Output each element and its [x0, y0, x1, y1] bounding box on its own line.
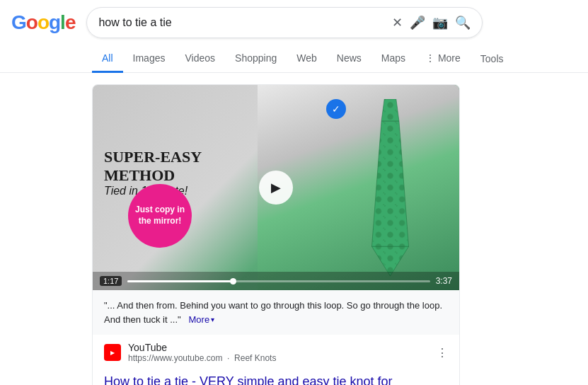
thumbnail-title-line1: SUPER-EASY — [104, 148, 202, 166]
video-thumbnail[interactable]: SUPER-EASY METHOD Tied in 1 minute! Just… — [93, 85, 459, 290]
search-icon: 🔍 — [455, 15, 471, 30]
source-info: ▶ YouTube https://www.youtube.com · Reef… — [93, 335, 459, 370]
result-link[interactable]: How to tie a tie - VERY simple and easy … — [104, 374, 393, 385]
tab-all[interactable]: All — [92, 45, 123, 73]
caption-text: "... And then from. Behind you want to g… — [104, 300, 442, 325]
source-url: https://www.youtube.com · Reef Knots — [128, 353, 276, 363]
voice-search-button[interactable]: 🎤 — [410, 15, 425, 30]
google-logo[interactable]: Google — [11, 11, 75, 34]
logo-g: G — [11, 11, 26, 33]
youtube-icon: ▶ — [104, 344, 121, 361]
tab-more[interactable]: ⋮ More — [415, 45, 471, 73]
progress-fill — [127, 280, 234, 282]
logo-g2: g — [49, 11, 60, 33]
pink-circle: Just copy in the mirror! — [128, 184, 192, 248]
logo-o2: o — [38, 11, 49, 33]
search-bar[interactable]: ✕ 🎤 📷 🔍 — [86, 7, 483, 38]
source-text: YouTube https://www.youtube.com · Reef K… — [128, 342, 276, 363]
video-caption-area: "... And then from. Behind you want to g… — [93, 290, 459, 335]
tab-maps[interactable]: Maps — [371, 45, 415, 73]
logo-e: e — [65, 11, 76, 33]
clear-search-button[interactable]: ✕ — [392, 15, 403, 30]
tab-videos[interactable]: Videos — [175, 45, 225, 73]
nav-tabs: All Images Videos Shopping Web News Maps… — [0, 45, 588, 73]
tools-button[interactable]: Tools — [471, 46, 514, 71]
blue-check-icon: ✓ — [326, 99, 346, 119]
camera-icon: 📷 — [432, 15, 448, 30]
search-submit-button[interactable]: 🔍 — [455, 15, 471, 30]
microphone-icon: 🎤 — [410, 15, 425, 30]
caption-more-button[interactable]: More ▾ — [189, 313, 215, 327]
source-more-button[interactable]: ⋮ — [437, 346, 448, 360]
image-search-button[interactable]: 📷 — [432, 15, 448, 30]
header: Google ✕ 🎤 📷 🔍 — [0, 0, 588, 45]
progress-dot — [230, 278, 236, 285]
tab-news[interactable]: News — [327, 45, 371, 73]
thumbnail-title-line2: METHOD — [104, 166, 202, 185]
tab-web[interactable]: Web — [287, 45, 327, 73]
current-time-badge: 1:17 — [100, 276, 122, 286]
clear-icon: ✕ — [392, 15, 403, 30]
tie-svg — [360, 99, 420, 276]
result-link-container: How to tie a tie - VERY simple and easy … — [93, 370, 459, 385]
progress-track[interactable] — [127, 280, 430, 282]
video-card: SUPER-EASY METHOD Tied in 1 minute! Just… — [92, 84, 460, 385]
main-content: SUPER-EASY METHOD Tied in 1 minute! Just… — [0, 73, 588, 385]
tab-images[interactable]: Images — [123, 45, 175, 73]
source-name: YouTube — [128, 342, 276, 353]
search-input[interactable] — [98, 16, 392, 29]
tab-shopping[interactable]: Shopping — [225, 45, 287, 73]
svg-marker-5 — [371, 121, 408, 246]
logo-l: l — [60, 11, 65, 33]
progress-bar-container[interactable]: 1:17 3:37 — [93, 272, 459, 290]
svg-marker-4 — [381, 99, 399, 121]
play-button[interactable]: ▶ — [259, 171, 293, 205]
video-duration: 3:37 — [436, 276, 452, 286]
logo-o1: o — [26, 11, 38, 33]
chevron-down-icon: ▾ — [211, 314, 214, 325]
